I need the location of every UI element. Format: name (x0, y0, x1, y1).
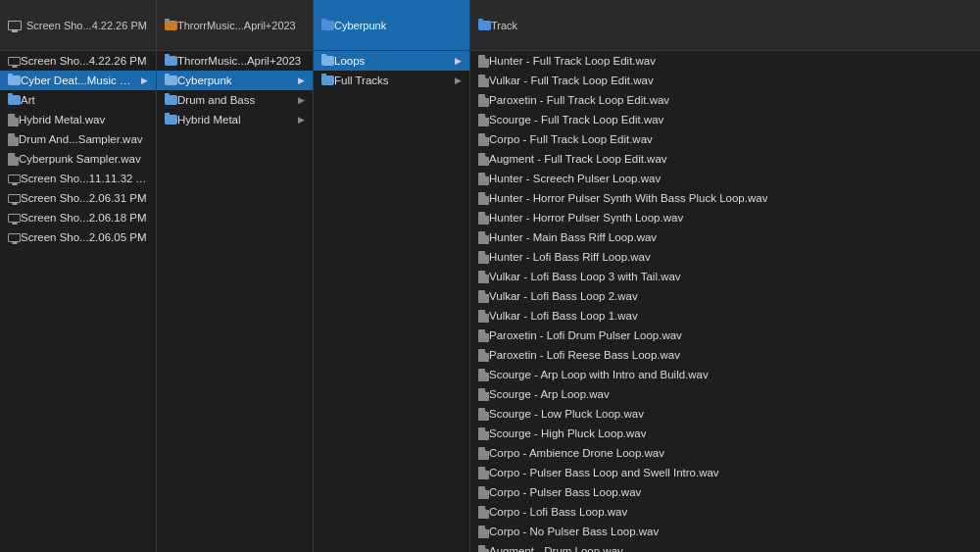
col1-item-label-9: Screen Sho...2.06.05 PM (21, 231, 147, 243)
col4-item-label-4: Corpo - Full Track Loop Edit.wav (489, 133, 653, 145)
top-bar-col2[interactable]: ThrorrMusic...April+2023 (157, 0, 314, 50)
col1-item-label-3: Hybrid Metal.wav (19, 114, 105, 125)
list-item[interactable]: Drum And...Sampler.wav (0, 129, 156, 149)
column-4: Hunter - Full Track Loop Edit.wavVulkar … (470, 51, 980, 552)
arrow-icon: ▶ (451, 56, 462, 66)
list-item[interactable]: Corpo - Ambience Drone Loop.wav (470, 443, 980, 463)
list-item[interactable]: Augment - Drum Loop.wav (470, 541, 980, 552)
col4-item-label-16: Scourge - Arp Loop with Intro and Build.… (489, 369, 709, 380)
list-item[interactable]: Hunter - Horror Pulser Synth Loop.wav (470, 208, 980, 227)
list-item[interactable]: Vulkar - Lofi Bass Loop 1.wav (470, 306, 980, 326)
top-bar-col3-label: Cyberpunk (334, 20, 462, 31)
list-item[interactable]: Corpo - Pulser Bass Loop.wav (470, 482, 980, 502)
list-item[interactable]: Screen Sho...2.06.31 PM (0, 188, 156, 208)
col4-item-label-5: Augment - Full Track Loop Edit.wav (489, 153, 667, 165)
file-icon (478, 153, 489, 166)
folder-icon (165, 95, 177, 105)
list-item[interactable]: ThrorrMusic...April+2023 (157, 51, 313, 71)
list-item[interactable]: Corpo - No Pulser Bass Loop.wav (470, 522, 980, 541)
col1-item-label-5: Cyberpunk Sampler.wav (19, 153, 141, 165)
top-bar: Screen Sho...4.22.26 PM ThrorrMusic...Ap… (0, 0, 980, 51)
list-item[interactable]: Screen Sho...2.06.18 PM (0, 208, 156, 227)
list-item[interactable]: Hunter - Lofi Bass Riff Loop.wav (470, 247, 980, 267)
list-item[interactable]: Scourge - High Pluck Loop.wav (470, 424, 980, 443)
list-item[interactable]: Drum and Bass▶ (157, 90, 313, 110)
file-icon (478, 349, 489, 362)
top-bar-col1[interactable]: Screen Sho...4.22.26 PM (0, 0, 157, 50)
file-icon (478, 133, 489, 146)
folder-icon-active (321, 21, 334, 30)
list-item[interactable]: Hybrid Metal.wav (0, 110, 156, 129)
list-item[interactable]: Scourge - Arp Loop.wav (470, 384, 980, 404)
col2-item-label-2: Drum and Bass (177, 94, 255, 106)
col4-item-label-19: Scourge - High Pluck Loop.wav (489, 427, 646, 439)
file-icon (478, 251, 489, 264)
list-item[interactable]: Corpo - Full Track Loop Edit.wav (470, 129, 980, 149)
col4-item-label-14: Paroxetin - Lofi Drum Pulser Loop.wav (489, 329, 682, 341)
col4-item-label-13: Vulkar - Lofi Bass Loop 1.wav (489, 310, 638, 322)
list-item[interactable]: Hunter - Full Track Loop Edit.wav (470, 51, 980, 71)
folder-icon (165, 56, 177, 66)
top-bar-col1-label: Screen Sho...4.22.26 PM (26, 20, 148, 31)
main-area: Screen Sho...4.22.26 PMCyber Deat...Musi… (0, 51, 980, 552)
list-item[interactable]: Augment - Full Track Loop Edit.wav (470, 149, 980, 169)
col1-item-label-2: Art (21, 94, 35, 106)
col4-item-label-1: Vulkar - Full Track Loop Edit.wav (489, 75, 654, 86)
list-item[interactable]: Vulkar - Lofi Bass Loop 3 with Tail.wav (470, 267, 980, 286)
file-icon (478, 94, 489, 107)
col4-item-label-23: Corpo - Lofi Bass Loop.wav (489, 506, 627, 518)
col4-item-label-18: Scourge - Low Pluck Loop.wav (489, 408, 644, 420)
list-item[interactable]: Cyberpunk Sampler.wav (0, 149, 156, 169)
list-item[interactable]: Scourge - Full Track Loop Edit.wav (470, 110, 980, 129)
list-item[interactable]: Art (0, 90, 156, 110)
list-item[interactable]: Corpo - Pulser Bass Loop and Swell Intro… (470, 463, 980, 482)
list-item[interactable]: Corpo - Lofi Bass Loop.wav (470, 502, 980, 522)
file-icon (478, 467, 489, 479)
folder-icon (321, 75, 334, 85)
list-item[interactable]: Screen Sho...11.11.32 AM (0, 169, 156, 188)
list-item[interactable]: Loops▶ (314, 51, 469, 71)
screen-icon (8, 214, 21, 223)
list-item[interactable]: Paroxetin - Lofi Drum Pulser Loop.wav (470, 326, 980, 345)
list-item[interactable]: Paroxetin - Lofi Reese Bass Loop.wav (470, 345, 980, 365)
list-item[interactable]: Hunter - Horror Pulser Synth With Bass P… (470, 188, 980, 208)
col2-item-label-1: Cyberpunk (177, 75, 232, 86)
arrow-icon: ▶ (294, 95, 305, 105)
list-item[interactable]: Full Tracks▶ (314, 71, 469, 90)
list-item[interactable]: Hybrid Metal▶ (157, 110, 313, 129)
col4-item-label-7: Hunter - Horror Pulser Synth With Bass P… (489, 192, 767, 204)
screen-icon (8, 21, 22, 30)
list-item[interactable]: Paroxetin - Full Track Loop Edit.wav (470, 90, 980, 110)
top-bar-col3[interactable]: Cyberpunk (314, 0, 470, 50)
file-icon (8, 133, 19, 146)
screen-icon (8, 194, 21, 203)
col4-item-label-20: Corpo - Ambience Drone Loop.wav (489, 447, 664, 459)
list-item[interactable]: Vulkar - Lofi Bass Loop 2.wav (470, 286, 980, 306)
folder-icon-track (478, 21, 491, 30)
screen-icon (8, 233, 21, 242)
list-item[interactable]: Cyberpunk▶ (157, 71, 313, 90)
col2-item-label-0: ThrorrMusic...April+2023 (177, 55, 301, 67)
folder-icon (8, 95, 21, 105)
file-icon (478, 75, 489, 87)
list-item[interactable]: Hunter - Screech Pulser Loop.wav (470, 169, 980, 188)
list-item[interactable]: Cyber Deat...Music Pack▶ (0, 71, 156, 90)
file-icon (478, 192, 489, 205)
column-2: ThrorrMusic...April+2023Cyberpunk▶Drum a… (157, 51, 314, 552)
top-bar-col2-label: ThrorrMusic...April+2023 (177, 20, 305, 31)
list-item[interactable]: Vulkar - Full Track Loop Edit.wav (470, 71, 980, 90)
col1-item-label-1: Cyber Deat...Music Pack (21, 75, 137, 86)
file-icon (478, 545, 489, 553)
list-item[interactable]: Screen Sho...4.22.26 PM (0, 51, 156, 71)
col2-item-label-3: Hybrid Metal (177, 114, 241, 125)
file-icon (8, 114, 19, 126)
top-bar-col4[interactable]: Track (470, 0, 980, 50)
folder-icon (321, 56, 334, 66)
file-icon (478, 310, 489, 323)
list-item[interactable]: Scourge - Low Pluck Loop.wav (470, 404, 980, 424)
list-item[interactable]: Scourge - Arp Loop with Intro and Build.… (470, 365, 980, 384)
list-item[interactable]: Hunter - Main Bass Riff Loop.wav (470, 227, 980, 247)
col1-item-label-8: Screen Sho...2.06.18 PM (21, 212, 147, 224)
col4-item-label-9: Hunter - Main Bass Riff Loop.wav (489, 231, 657, 243)
list-item[interactable]: Screen Sho...2.06.05 PM (0, 227, 156, 247)
